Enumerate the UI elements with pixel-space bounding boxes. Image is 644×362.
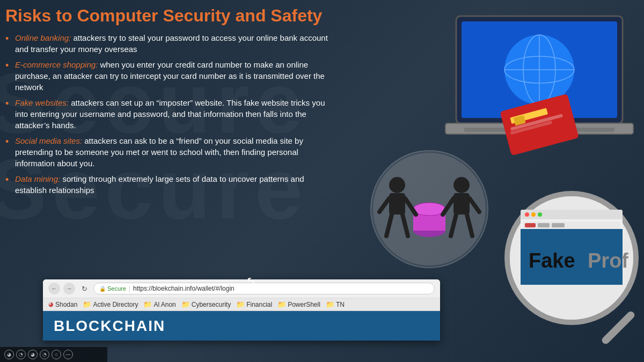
laptop-image-area xyxy=(435,5,644,166)
thieves-graphic xyxy=(373,153,486,265)
back-button[interactable]: ← xyxy=(48,283,60,294)
bookmark-al-anon[interactable]: 📁 Al Anon xyxy=(143,300,175,308)
bookmark-shodan[interactable]: ◕ Shodan xyxy=(48,301,77,308)
bookmark-active-directory-label: Active Directory xyxy=(93,301,138,308)
svg-rect-20 xyxy=(389,193,405,215)
bullet-term-4: Social media sites: xyxy=(15,136,82,145)
bookmark-tn-label: TN xyxy=(336,301,345,308)
folder-icon-5: 📁 xyxy=(277,300,286,308)
folder-icon-3: 📁 xyxy=(181,300,190,308)
mouse-cursor: ↖ xyxy=(246,274,257,288)
svg-point-19 xyxy=(389,177,405,193)
toolbar-btn-2[interactable]: ◔ xyxy=(16,350,26,359)
slide-title: Risks to Computer Security and Safety xyxy=(5,5,333,26)
toolbar-btn-5[interactable]: ○ xyxy=(52,350,61,359)
bullet-term-3: Fake websites: xyxy=(15,98,69,107)
address-bar[interactable]: Secure | https://bloekchain.info/wallet/… xyxy=(93,283,435,294)
svg-point-37 xyxy=(538,212,542,217)
folder-icon-6: 📁 xyxy=(326,300,334,308)
svg-point-25 xyxy=(453,177,470,193)
svg-point-36 xyxy=(531,212,536,217)
url-text: https://bloekchain.info/wallet/#/login xyxy=(133,285,235,292)
bookmark-financial[interactable]: 📁 Financial xyxy=(236,300,272,308)
toolbar-btn-4[interactable]: ◔ xyxy=(40,350,49,359)
magnifier-graphic: Fake Prof xyxy=(494,188,644,354)
toolbar-btn-1[interactable]: ◕ xyxy=(4,350,14,359)
toolbar-btn-6[interactable]: ― xyxy=(63,350,73,359)
bookmark-al-anon-label: Al Anon xyxy=(153,301,175,308)
folder-icon-2: 📁 xyxy=(143,300,152,308)
bullet-item-4: Social media sites: attackers can ask to… xyxy=(5,135,333,169)
folder-icon-4: 📁 xyxy=(236,300,245,308)
bullet-item-5: Data mining: sorting through extremely l… xyxy=(5,173,333,196)
svg-rect-39 xyxy=(525,223,536,227)
laptop-graphic xyxy=(435,5,644,166)
bottom-toolbar: ◕ ◔ ◕ ◔ ○ ― xyxy=(0,347,107,362)
bookmark-powershell[interactable]: 📁 PowerShell xyxy=(277,300,320,308)
slide-container: Secure Secure Risks to Computer Security… xyxy=(0,0,644,362)
secure-label: Secure xyxy=(107,285,126,292)
browser-body: BLOCKCHAIN xyxy=(43,311,440,341)
browser-mockup: ← → ↻ Secure | https://bloekchain.info/w… xyxy=(43,279,440,341)
svg-text:Prof: Prof xyxy=(588,249,628,272)
svg-text:Fake: Fake xyxy=(529,249,575,272)
toolbar-btn-3[interactable]: ◕ xyxy=(28,350,38,359)
svg-rect-41 xyxy=(552,223,565,227)
bullet-item-2: E-commerce shopping: when you enter your… xyxy=(5,59,333,93)
bullet-term-2: E-commerce shopping: xyxy=(15,60,98,69)
bullet-term-1: Online banking: xyxy=(15,33,71,42)
secure-badge: Secure xyxy=(99,285,126,292)
svg-rect-34 xyxy=(521,210,623,219)
shodan-icon: ◕ xyxy=(48,301,54,308)
svg-rect-38 xyxy=(523,221,620,229)
bullet-item-1: Online banking: attackers try to steal y… xyxy=(5,32,333,55)
bullet-list: Online banking: attackers try to steal y… xyxy=(5,32,333,196)
folder-icon-1: 📁 xyxy=(83,300,91,308)
bookmark-powershell-label: PowerShell xyxy=(288,301,320,308)
browser-bookmarks: ◕ Shodan 📁 Active Directory 📁 Al Anon 📁 … xyxy=(43,298,440,311)
svg-rect-40 xyxy=(538,223,550,227)
svg-rect-26 xyxy=(453,193,470,215)
browser-toolbar: ← → ↻ Secure | https://bloekchain.info/w… xyxy=(43,279,440,298)
forward-button[interactable]: → xyxy=(63,283,75,294)
bookmark-shodan-label: Shodan xyxy=(55,301,77,308)
bookmark-cybersecurity-label: Cybersecurity xyxy=(192,301,231,308)
bookmark-active-directory[interactable]: 📁 Active Directory xyxy=(83,300,138,308)
refresh-button[interactable]: ↻ xyxy=(78,283,90,294)
blockchain-title: BLOCKCHAIN xyxy=(54,317,165,335)
svg-point-35 xyxy=(525,212,529,217)
address-divider: | xyxy=(129,285,130,292)
left-content: Risks to Computer Security and Safety On… xyxy=(5,5,333,200)
bookmark-tn[interactable]: 📁 TN xyxy=(326,300,345,308)
bullet-term-5: Data mining: xyxy=(15,174,60,183)
thieves-circle xyxy=(370,150,488,268)
bullet-item-3: Fake websites: attackers can set up an “… xyxy=(5,97,333,131)
bookmark-cybersecurity[interactable]: 📁 Cybersecurity xyxy=(181,300,231,308)
magnifier-container: Fake Prof xyxy=(494,188,644,357)
bookmark-financial-label: Financial xyxy=(246,301,272,308)
